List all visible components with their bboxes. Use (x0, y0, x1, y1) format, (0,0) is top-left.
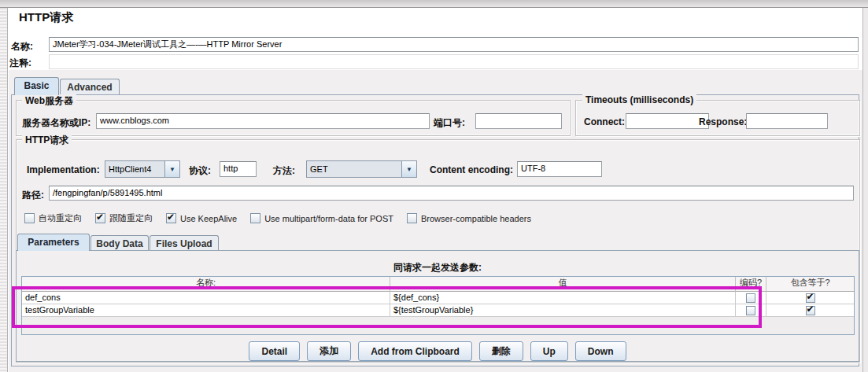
path-label: 路径: (22, 189, 44, 202)
request-options-row: 自动重定向 跟随重定向 Use KeepAlive Use multipart/… (24, 212, 531, 224)
server-name-label: 服务器名称或IP: (22, 116, 90, 130)
method-label: 方法: (273, 164, 295, 178)
column-header-encode[interactable]: 编码? (736, 277, 766, 292)
down-button[interactable]: Down (575, 341, 626, 361)
panel-right-edge (862, 8, 868, 372)
content-encoding-input[interactable]: UTF-8 (517, 161, 602, 177)
timeouts-group-title: Timeouts (milliseconds) (582, 94, 696, 105)
tab-parameters[interactable]: Parameters (17, 234, 90, 251)
delete-button[interactable]: 删除 (479, 341, 523, 361)
table-header-row: 名称: 值 编码? 包含等于? (22, 277, 854, 292)
option-label: 跟随重定向 (109, 212, 153, 224)
web-server-group-title: Web服务器 (22, 94, 76, 108)
option-multipart[interactable]: Use multipart/form-data for POST (250, 213, 393, 223)
param-include-equals-cell[interactable] (766, 304, 854, 317)
checkbox-icon[interactable] (806, 293, 815, 303)
table-row[interactable]: testGroupVariable ${testGroupVariable} (22, 304, 854, 317)
page-title: HTTP请求 (19, 10, 73, 25)
option-follow-redirects[interactable]: 跟随重定向 (95, 212, 153, 224)
param-name-cell[interactable]: def_cons (22, 292, 390, 304)
option-label: Use KeepAlive (180, 214, 237, 223)
name-label: 名称: (11, 40, 33, 53)
add-button[interactable]: 添加 (307, 341, 351, 361)
protocol-input[interactable]: http (220, 161, 257, 177)
tab-body-data[interactable]: Body Data (90, 235, 149, 251)
param-value-cell[interactable]: ${testGroupVariable} (390, 304, 736, 317)
checkbox-icon[interactable] (166, 213, 176, 223)
port-input[interactable] (475, 113, 562, 129)
connect-timeout-label: Connect: (584, 116, 625, 127)
name-input[interactable]: JMeter学习-034-JMeter调试工具之—-—HTTP Mirror S… (49, 37, 859, 52)
implementation-label: Implementation: (27, 164, 100, 175)
add-from-clipboard-button[interactable]: Add from Clipboard (358, 341, 472, 361)
port-label: 端口号: (434, 116, 465, 130)
tab-advanced[interactable]: Advanced (60, 79, 120, 95)
tab-basic[interactable]: Basic (14, 77, 59, 95)
detail-button[interactable]: Detail (249, 341, 300, 361)
server-name-input[interactable]: www.cnblogs.com (96, 113, 430, 129)
checkbox-icon[interactable] (407, 213, 417, 223)
content-encoding-label: Content encoding: (430, 164, 513, 175)
table-actions-row: Detail 添加 Add from Clipboard 删除 Up Down (16, 341, 859, 361)
table-row[interactable]: def_cons ${def_cons} (22, 292, 854, 304)
checkbox-icon[interactable] (746, 306, 755, 315)
checkbox-icon[interactable] (250, 213, 260, 223)
option-browser-headers[interactable]: Browser-compatible headers (407, 213, 531, 223)
parameters-table[interactable]: 名称: 值 编码? 包含等于? def_cons ${def_cons} tes… (21, 276, 855, 335)
parameters-caption: 同请求一起发送参数: (16, 261, 859, 274)
up-button[interactable]: Up (530, 341, 568, 361)
implementation-select[interactable]: HttpClient4 ▼ (105, 160, 180, 178)
connect-timeout-input[interactable] (626, 113, 709, 129)
response-timeout-input[interactable] (746, 113, 828, 129)
option-label: Browser-compatible headers (421, 214, 531, 223)
option-label: Use multipart/form-data for POST (264, 214, 393, 223)
column-header-value[interactable]: 值 (390, 277, 736, 292)
param-name-cell[interactable]: testGroupVariable (22, 304, 390, 317)
checkbox-icon[interactable] (95, 213, 105, 223)
dropdown-arrow-icon[interactable]: ▼ (164, 161, 179, 177)
param-value-cell[interactable]: ${def_cons} (390, 292, 736, 304)
option-keepalive[interactable]: Use KeepAlive (166, 213, 237, 223)
protocol-label: 协议: (189, 164, 211, 178)
response-timeout-label: Response: (699, 116, 747, 127)
http-request-group-title: HTTP请求 (22, 134, 72, 147)
param-encode-cell[interactable] (736, 304, 766, 317)
path-input[interactable]: /fengpingfan/p/5891495.html (49, 186, 854, 201)
splitter-bar[interactable] (0, 8, 8, 372)
option-follow-auto[interactable]: 自动重定向 (24, 212, 82, 224)
option-label: 自动重定向 (39, 212, 82, 224)
column-header-name[interactable]: 名称: (22, 277, 390, 292)
implementation-value: HttpClient4 (105, 161, 164, 177)
method-select[interactable]: GET ▼ (306, 160, 417, 178)
tab-files-upload[interactable]: Files Upload (150, 235, 219, 251)
checkbox-icon[interactable] (24, 213, 35, 223)
column-header-include-equals[interactable]: 包含等于? (766, 277, 854, 292)
param-include-equals-cell[interactable] (766, 292, 854, 304)
checkbox-icon[interactable] (746, 293, 755, 303)
comments-input[interactable] (49, 54, 859, 69)
param-encode-cell[interactable] (736, 292, 766, 304)
comments-label: 注释: (9, 57, 31, 70)
method-value: GET (307, 161, 401, 177)
dropdown-arrow-icon[interactable]: ▼ (401, 161, 416, 177)
checkbox-icon[interactable] (806, 306, 815, 315)
window-top-edge (0, 0, 868, 8)
